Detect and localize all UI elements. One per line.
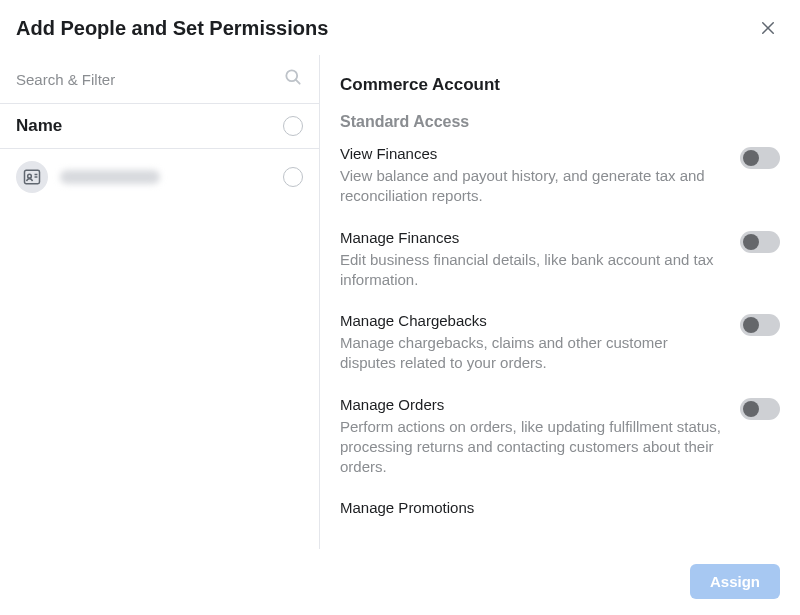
toggle-manage-chargebacks[interactable]	[740, 314, 780, 336]
assign-button[interactable]: Assign	[690, 564, 780, 599]
dialog-footer: Assign	[0, 552, 800, 615]
permission-manage-chargebacks: Manage Chargebacks Manage chargebacks, c…	[340, 312, 780, 374]
search-row	[0, 55, 319, 104]
permission-description: View balance and payout history, and gen…	[340, 166, 724, 207]
toggle-manage-finances[interactable]	[740, 231, 780, 253]
dialog-title: Add People and Set Permissions	[16, 17, 328, 40]
permission-title: Manage Orders	[340, 396, 724, 413]
search-icon	[283, 67, 303, 91]
permission-title: Manage Finances	[340, 229, 724, 246]
people-panel: Name	[0, 55, 320, 549]
permission-title: View Finances	[340, 145, 724, 162]
search-input[interactable]	[16, 71, 283, 88]
permission-title: Manage Promotions	[340, 499, 780, 516]
svg-line-3	[296, 80, 300, 84]
permission-manage-promotions: Manage Promotions	[340, 499, 780, 520]
permission-manage-orders: Manage Orders Perform actions on orders,…	[340, 396, 780, 478]
list-item[interactable]	[0, 149, 319, 205]
close-button[interactable]	[756, 16, 780, 40]
person-name-redacted	[60, 170, 160, 184]
toggle-knob	[743, 234, 759, 250]
toggle-knob	[743, 150, 759, 166]
person-icon	[22, 167, 42, 187]
toggle-view-finances[interactable]	[740, 147, 780, 169]
subsection-title: Standard Access	[340, 113, 780, 131]
section-title: Commerce Account	[340, 75, 780, 95]
dialog-header: Add People and Set Permissions	[0, 0, 800, 54]
select-all-radio[interactable]	[283, 116, 303, 136]
svg-point-5	[28, 174, 32, 178]
permission-description: Manage chargebacks, claims and other cus…	[340, 333, 724, 374]
dialog-content: Name Commerce Account Standard Access Vi…	[0, 54, 800, 549]
close-icon	[759, 19, 777, 37]
permission-view-finances: View Finances View balance and payout hi…	[340, 145, 780, 207]
permission-manage-finances: Manage Finances Edit business financial …	[340, 229, 780, 291]
toggle-knob	[743, 317, 759, 333]
permission-title: Manage Chargebacks	[340, 312, 724, 329]
avatar	[16, 161, 48, 193]
permission-description: Perform actions on orders, like updating…	[340, 417, 724, 478]
name-header-label: Name	[16, 116, 62, 136]
select-person-radio[interactable]	[283, 167, 303, 187]
permission-description: Edit business financial details, like ba…	[340, 250, 724, 291]
permissions-panel[interactable]: Commerce Account Standard Access View Fi…	[320, 55, 800, 549]
name-column-header: Name	[0, 104, 319, 149]
toggle-knob	[743, 401, 759, 417]
toggle-manage-orders[interactable]	[740, 398, 780, 420]
